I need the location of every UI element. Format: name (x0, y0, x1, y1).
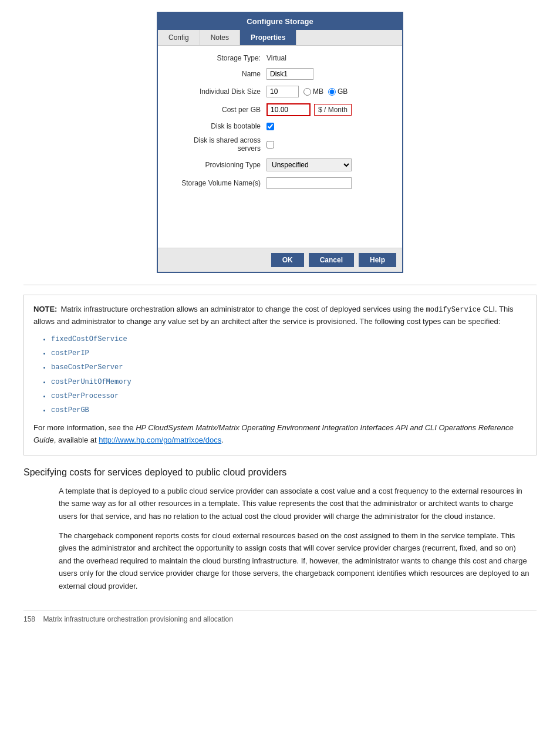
shared-checkbox[interactable] (266, 141, 274, 148)
list-item-2: costPerIP (51, 348, 527, 359)
storage-type-label: Storage Type: (170, 54, 266, 62)
dialog-footer: OK Cancel Help (158, 248, 402, 272)
note-text5: . (221, 436, 224, 444)
note-list: fixedCostOfService costPerIP baseCostPer… (51, 334, 527, 416)
note-code1: modifyService (426, 306, 481, 314)
gb-radio[interactable] (328, 88, 336, 96)
note-box: NOTE:Matrix infrastructure orchestration… (23, 295, 537, 455)
name-label: Name (170, 70, 266, 78)
dialog-wrapper: Configure Storage Config Notes Propertie… (23, 12, 537, 273)
note-label: NOTE: (33, 305, 57, 313)
cost-label: Cost per GB (170, 106, 266, 114)
provisioning-row: Provisioning Type Unspecified (170, 158, 390, 171)
list-item-6: costPerGB (51, 405, 527, 416)
dialog-title: Configure Storage (158, 13, 402, 30)
provisioning-label: Provisioning Type (170, 161, 266, 169)
disk-size-input[interactable] (266, 86, 299, 97)
mb-radio-label[interactable]: MB (303, 87, 323, 96)
tab-config[interactable]: Config (158, 30, 200, 45)
note-text3: For more information, see the (33, 423, 136, 432)
spacer (170, 195, 390, 242)
disk-size-label: Individual Disk Size (170, 87, 266, 96)
storage-type-value: Virtual (266, 54, 286, 62)
list-item-3: baseCostPerServer (51, 362, 527, 373)
body-para-2: The chargeback component reports costs f… (59, 529, 531, 592)
tab-properties[interactable]: Properties (240, 30, 296, 45)
shared-row: Disk is shared across servers (170, 136, 390, 153)
dialog-body: Storage Type: Virtual Name Individual Di… (158, 46, 402, 248)
gb-radio-label[interactable]: GB (328, 87, 348, 96)
note-link[interactable]: http://www.hp.com/go/matrixoe/docs (99, 436, 221, 444)
provisioning-select[interactable]: Unspecified (266, 158, 352, 171)
bootable-checkbox[interactable] (266, 123, 274, 130)
note-paragraph: NOTE:Matrix infrastructure orchestration… (33, 303, 527, 328)
section-heading: Specifying costs for services deployed t… (23, 467, 537, 478)
note-text4: , available at (54, 436, 99, 444)
list-item-1: fixedCostOfService (51, 334, 527, 345)
volume-input[interactable] (266, 177, 352, 189)
storage-type-row: Storage Type: Virtual (170, 54, 390, 62)
volume-label: Storage Volume Name(s) (170, 179, 266, 187)
help-button[interactable]: Help (359, 253, 396, 267)
configure-storage-dialog: Configure Storage Config Notes Propertie… (157, 12, 403, 273)
volume-row: Storage Volume Name(s) (170, 177, 390, 189)
disk-size-row: Individual Disk Size MB GB (170, 86, 390, 97)
dialog-tabs: Config Notes Properties (158, 30, 402, 46)
list-item-4: costPerUnitOfMemory (51, 377, 527, 388)
cost-input[interactable] (266, 103, 311, 116)
mb-radio[interactable] (303, 88, 311, 96)
bootable-label: Disk is bootable (170, 122, 266, 130)
page-footer: 158 Matrix infrastructure orchestration … (23, 610, 537, 623)
note-text1: Matrix infrastructure orchestration allo… (60, 305, 426, 313)
shared-label: Disk is shared across servers (170, 136, 266, 153)
cost-row: Cost per GB $ / Month (170, 103, 390, 116)
note-ref-paragraph: For more information, see the HP CloudSy… (33, 422, 527, 447)
ok-button[interactable]: OK (271, 253, 304, 267)
body-para-1: A template that is deployed to a public … (59, 485, 531, 522)
footer-text: Matrix infrastructure orchestration prov… (43, 615, 233, 623)
divider-1 (23, 285, 537, 285)
list-item-5: costPerProcessor (51, 391, 527, 402)
bootable-row: Disk is bootable (170, 122, 390, 130)
name-input[interactable] (266, 68, 313, 80)
cost-unit: $ / Month (314, 104, 352, 116)
tab-notes[interactable]: Notes (200, 30, 240, 45)
page-number: 158 (23, 615, 35, 623)
cancel-button[interactable]: Cancel (309, 253, 354, 267)
name-row: Name (170, 68, 390, 80)
